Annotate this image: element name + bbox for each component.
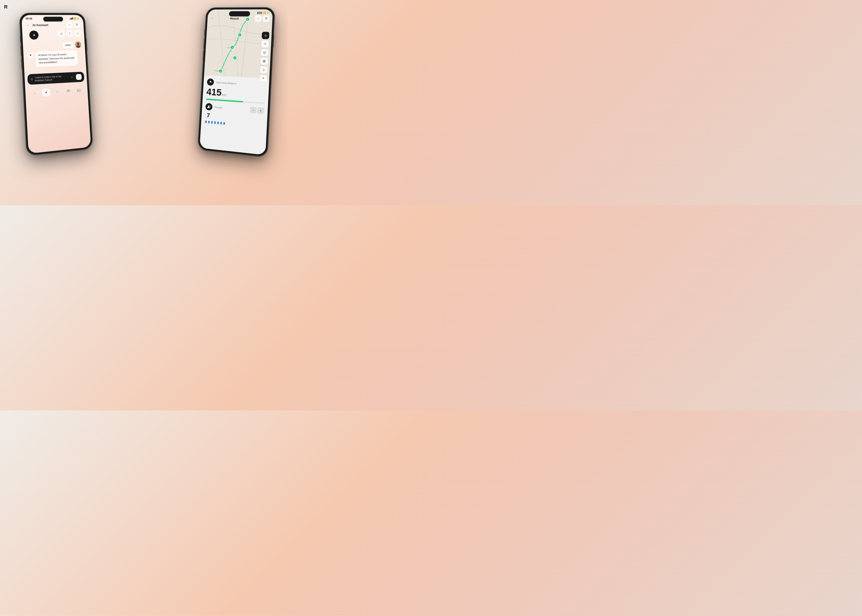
volume-down-button [21, 58, 22, 69]
phone-right: ▌▌▌▌ 📶 🔋 ← Result ☆ [198, 8, 275, 157]
settings-button[interactable] [260, 66, 268, 74]
svg-point-6 [67, 90, 68, 91]
layers-button[interactable] [261, 49, 269, 56]
volume-up-button [20, 46, 22, 56]
distance-display: 415 km [206, 87, 265, 101]
distance-value: 415 [206, 87, 222, 97]
result-title: Result [214, 17, 255, 20]
flag-icon: ⚑ [207, 79, 214, 86]
delete-button-right[interactable] [263, 15, 270, 22]
message-bubble-hello: Hello! [62, 42, 74, 49]
zoom-in-button[interactable]: + [260, 75, 267, 82]
distance-unit: km [222, 93, 227, 97]
power-button [86, 39, 87, 51]
delete-button[interactable] [74, 21, 80, 28]
tab-people[interactable] [64, 87, 72, 95]
wifi-right: 📶 [263, 12, 266, 14]
people-decrease-button[interactable]: − [250, 107, 257, 114]
progress-fill [206, 99, 243, 103]
person-icon-2: 👤 [208, 121, 210, 123]
status-time: 09:20 [25, 17, 32, 20]
message-bubble-ai: Hi there! I'm your AI travel assistant. … [35, 50, 78, 67]
people-count: 7 [206, 112, 210, 119]
ai-small-avatar: ✦ [27, 52, 34, 58]
app-logo: R [4, 4, 8, 10]
svg-point-7 [68, 90, 69, 91]
phone-left: 09:20 📶 🔋 ← AI Ass [19, 13, 93, 156]
message-ai-greeting: ✦ Hi there! I'm your AI travel assistant… [27, 50, 83, 67]
person-icon-7: 👤 [223, 122, 225, 125]
person-icon-4: 👤 [213, 121, 216, 124]
back-button[interactable]: ← [25, 23, 31, 28]
globe-button[interactable] [260, 57, 268, 65]
chat-input[interactable]: I want to make a trip to the Antelope Ca… [35, 74, 68, 82]
mic-button[interactable]: 🎙 [69, 75, 74, 80]
chat-title: AI Assisant [32, 23, 64, 27]
user-avatar [75, 41, 82, 48]
filter-button[interactable] [261, 40, 269, 48]
volume-up-button-right [203, 39, 205, 49]
svg-text:2: 2 [234, 57, 235, 59]
ai-avatar: ✦ [29, 30, 39, 40]
dynamic-island-right [229, 11, 250, 17]
svg-rect-8 [77, 89, 80, 92]
battery-icon: 🔋 [77, 17, 79, 20]
person-icon-6: 👤 [219, 122, 222, 124]
svg-text:1: 1 [220, 70, 221, 72]
svg-point-26 [209, 105, 210, 107]
signal-right: ▌▌▌▌ [257, 12, 263, 14]
person-icon-5: 👤 [217, 122, 219, 124]
people-stepper: − + [250, 107, 264, 114]
tab-home[interactable]: ⌂ [30, 89, 39, 97]
help-button[interactable]: ? [66, 30, 73, 37]
checkmark-button[interactable]: ✓ [66, 22, 72, 28]
tab-favorites[interactable]: ☆ [53, 87, 61, 96]
chat-input-area[interactable]: I want to make a trip to the Antelope Ca… [27, 72, 84, 85]
power-button-right [273, 35, 274, 47]
people-icon [205, 103, 213, 111]
tab-bar: ⌂ ✦ ☆ [25, 84, 88, 101]
people-increase-button[interactable]: + [257, 107, 264, 114]
chat-area: Hello! [23, 41, 86, 68]
back-button-right[interactable]: ← [210, 16, 215, 20]
svg-point-2 [76, 45, 80, 48]
history-button[interactable] [58, 30, 65, 38]
svg-text:Prescott: Prescott [214, 70, 220, 72]
people-label: People [214, 106, 248, 111]
svg-text:3: 3 [232, 47, 233, 49]
volume-down-button-right [203, 51, 204, 60]
wifi-icon: 📶 [73, 17, 76, 20]
attach-icon [30, 78, 33, 81]
signal-icon [69, 17, 73, 19]
person-icon-3: 👤 [211, 121, 213, 124]
current-location-button[interactable]: ⊙ [262, 32, 269, 39]
dynamic-island [43, 17, 63, 22]
mute-button [20, 36, 21, 42]
svg-point-1 [77, 42, 80, 46]
svg-point-25 [208, 105, 209, 107]
tab-ai[interactable]: ✦ [42, 88, 50, 97]
external-link-button[interactable]: ↗ [74, 30, 81, 37]
svg-point-24 [263, 69, 264, 70]
battery-right: 🔋 [266, 12, 269, 14]
mute-button-right [204, 29, 205, 36]
star-button-right[interactable]: ☆ [255, 15, 262, 22]
send-button[interactable]: ✓ [76, 74, 82, 80]
distance-label: Upcoming distance [216, 81, 236, 85]
bottom-info-panel: ⚑ Upcoming distance 415 km [200, 75, 269, 155]
person-icon-1: 👤 [205, 121, 207, 123]
svg-text:Sunset: Sunset [227, 47, 232, 49]
message-hello: Hello! [27, 41, 82, 49]
zoom-controls: + − [259, 75, 267, 82]
tab-gallery[interactable] [75, 86, 83, 95]
